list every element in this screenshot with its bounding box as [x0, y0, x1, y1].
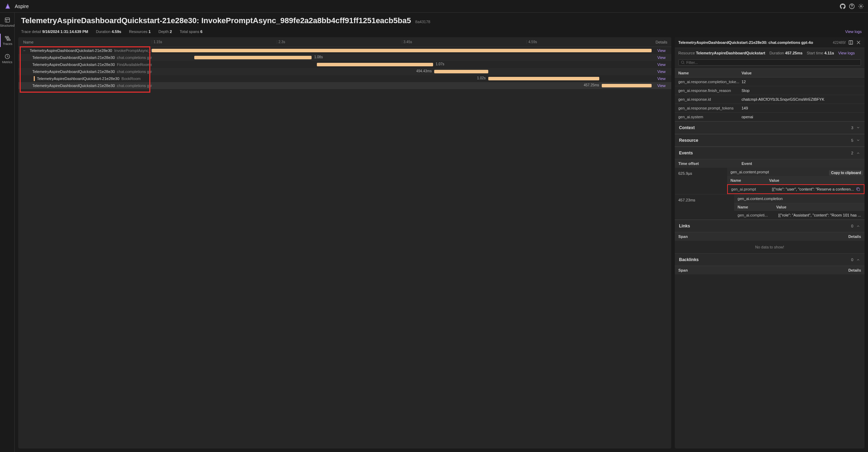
view-link[interactable]: View [652, 62, 671, 67]
span-duration-label: 494.43ms [416, 69, 432, 73]
span-title: TelemetryAspireDashboardQuickstart-21e28… [678, 40, 830, 45]
view-link[interactable]: View [652, 48, 671, 53]
span-duration-label: 457.25ms [584, 83, 599, 87]
sidebar-item-traces[interactable]: Traces [0, 34, 14, 47]
sidebar: Structured Traces Metrics [0, 13, 15, 452]
chevron-down-icon [856, 126, 860, 130]
close-icon[interactable] [856, 40, 861, 45]
span-operation: chat.completions gpt-4o [117, 84, 152, 88]
column-details: Details [652, 40, 671, 44]
help-icon[interactable] [849, 4, 855, 9]
span-bar[interactable] [602, 84, 652, 87]
span-marker-icon [34, 76, 35, 81]
filter-input[interactable] [686, 60, 859, 65]
app-title: Aspire [15, 4, 840, 9]
span-view-logs[interactable]: View logs [838, 51, 855, 55]
attr-name: gen_ai.response.finish_reason [678, 88, 742, 93]
structured-icon [4, 17, 11, 23]
timeline-tick: 3.45s [402, 40, 527, 44]
svg-point-1 [860, 6, 862, 7]
tooltip: Copy to clipboard [829, 170, 863, 175]
timeline-tick: 1.15s [152, 40, 277, 44]
expand-icon[interactable] [848, 40, 853, 45]
attr-name: gen_ai.response.completion_toke... [678, 80, 742, 84]
chevron-up-icon [856, 258, 860, 262]
traces-icon [5, 35, 11, 41]
attribute-row: gen_ai.systemopenai [675, 113, 864, 121]
span-service: TelemetryAspireDashboardQuickstart-21e28… [32, 69, 115, 74]
trace-row[interactable]: TelemetryAspireDashboardQuickstart-21e28… [18, 82, 671, 89]
span-duration-label: 1.08s [314, 55, 322, 59]
span-operation: BookRoom [122, 77, 141, 81]
span-operation: InvokePromptAsync_989fe2a2a8bb4c... [114, 48, 152, 53]
span-service: TelemetryAspireDashboardQuickstart-21e28… [30, 48, 112, 53]
attr-value: 12 [742, 80, 861, 84]
attr-value: openai [742, 115, 861, 119]
chevron-up-icon [856, 224, 860, 228]
chevron-up-icon [856, 151, 860, 155]
attr-value: 149 [742, 106, 861, 110]
span-bar[interactable] [152, 49, 652, 52]
trace-row[interactable]: −TelemetryAspireDashboardQuickstart-21e2… [18, 47, 671, 54]
attribute-row: gen_ai.response.completion_toke...12 [675, 78, 864, 86]
event-row: 457.23msgen_ai.content.completionNameVal… [675, 194, 864, 220]
no-data-message: No data to show! [675, 241, 864, 253]
attr-name: gen_ai.system [678, 115, 742, 119]
view-link[interactable]: View [652, 84, 671, 88]
section-context[interactable]: Context 3 [675, 121, 864, 134]
sidebar-item-metrics[interactable]: Metrics [0, 52, 14, 65]
trace-hash: 8a43178 [415, 20, 430, 24]
trace-row[interactable]: TelemetryAspireDashboardQuickstart-21e28… [18, 61, 671, 68]
filter-input-wrap[interactable] [678, 59, 861, 66]
attribute-row: gen_ai.response.finish_reasonStop [675, 86, 864, 95]
trace-meta: Trace detail 9/16/2024 1:31:14.639 PM Du… [15, 27, 868, 37]
github-icon[interactable] [840, 4, 846, 9]
span-bar[interactable] [194, 56, 312, 59]
span-bar[interactable] [317, 63, 433, 66]
view-link[interactable]: View [652, 55, 671, 60]
event-row: 625.9µsgen_ai.content.promptNameValueCop… [675, 168, 864, 194]
sidebar-item-structured[interactable]: Structured [0, 15, 14, 29]
top-bar: Aspire [0, 0, 868, 13]
search-icon [681, 60, 685, 65]
chevron-down-icon [856, 138, 860, 142]
span-operation: chat.completions gpt-4o [117, 55, 152, 60]
section-events[interactable]: Events 2 [675, 147, 864, 159]
metrics-icon [4, 53, 11, 60]
event-name: gen_ai.content.completion [734, 194, 864, 203]
section-links[interactable]: Links 0 [675, 220, 864, 232]
column-name: Name [18, 40, 152, 44]
svg-rect-3 [5, 36, 8, 38]
span-hash: 422485f [833, 41, 846, 45]
span-operation: chat.completions gpt-4o [117, 69, 152, 74]
event-attribute: gen_ai.completi...[{"role": "Assistant",… [734, 211, 864, 219]
event-offset: 625.9µs [675, 168, 727, 194]
span-service: TelemetryAspireDashboardQuickstart-21e28… [32, 84, 115, 88]
span-duration-label: 1.07s [436, 62, 444, 66]
span-service: TelemetryAspireDashboardQuickstart-21e28… [37, 77, 119, 81]
expand-toggle[interactable]: − [23, 48, 25, 53]
section-backlinks[interactable]: Backlinks 0 [675, 253, 864, 266]
trace-row[interactable]: TelemetryAspireDashboardQuickstart-21e28… [18, 68, 671, 75]
svg-rect-5 [7, 40, 10, 41]
trace-row[interactable]: TelemetryAspireDashboardQuickstart-21e28… [18, 54, 671, 61]
section-resource[interactable]: Resource 5 [675, 134, 864, 147]
trace-row[interactable]: TelemetryAspireDashboardQuickstart-21e28… [18, 75, 671, 82]
settings-icon[interactable] [858, 4, 864, 9]
span-service: TelemetryAspireDashboardQuickstart-21e28… [32, 55, 115, 60]
view-link[interactable]: View [652, 77, 671, 81]
span-duration-label: 1.02s [477, 76, 485, 80]
attr-value: chatcmpl-A8CfOYfz3LSnqvrGSCmsWrEZtBFYK [742, 97, 861, 101]
view-logs-link[interactable]: View logs [845, 29, 862, 34]
view-link[interactable]: View [652, 69, 671, 74]
span-bar[interactable] [434, 70, 488, 73]
timeline-tick: 4.59s [527, 40, 652, 44]
attr-name: gen_ai.response.prompt_tokens [678, 106, 742, 110]
page-title: TelemetryAspireDashboardQuickstart-21e28… [21, 16, 862, 25]
timeline-tick: 2.3s [277, 40, 402, 44]
span-details-panel: TelemetryAspireDashboardQuickstart-21e28… [675, 37, 864, 448]
span-bar[interactable] [488, 77, 599, 80]
event-attribute: gen_ai.prompt[{"role": "user", "content"… [727, 184, 864, 194]
span-operation: FindAvailableRooms [117, 62, 152, 67]
copy-icon[interactable] [856, 187, 860, 191]
